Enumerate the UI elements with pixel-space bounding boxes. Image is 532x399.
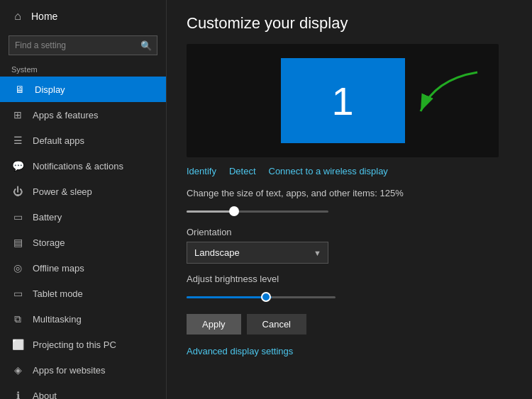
sidebar-item-label-tablet-mode: Tablet mode (33, 288, 83, 299)
apps-websites-icon: ◈ (11, 364, 24, 376)
scale-label: Change the size of text, apps, and other… (187, 188, 512, 198)
sidebar-item-label-default-apps: Default apps (33, 135, 84, 146)
sidebar-item-power-sleep[interactable]: ⏻ Power & sleep (0, 179, 166, 204)
green-arrow-annotation (406, 65, 492, 122)
search-icon: 🔍 (140, 40, 152, 51)
sidebar-home-label: Home (31, 11, 57, 22)
brightness-slider-track (187, 296, 336, 298)
button-row: Apply Cancel (187, 314, 512, 335)
offline-maps-icon: ◎ (11, 262, 24, 274)
multitasking-icon: ⧉ (11, 313, 24, 325)
monitor-number: 1 (331, 78, 353, 124)
sidebar-item-label-projecting: Projecting to this PC (33, 339, 116, 350)
default-apps-icon: ☰ (11, 134, 24, 147)
orientation-select-wrapper: Landscape Portrait Landscape (flipped) P… (187, 242, 328, 264)
search-input[interactable] (9, 35, 157, 55)
monitor-screen: 1 (281, 58, 405, 143)
brightness-slider-fill (187, 296, 272, 298)
sidebar-item-apps-features[interactable]: ⊞ Apps & features (0, 102, 166, 128)
brightness-section: Adjust brightness level (187, 274, 512, 304)
sidebar-item-label-multitasking: Multitasking (33, 314, 82, 325)
sidebar-item-label-storage: Storage (33, 237, 65, 248)
power-sleep-icon: ⏻ (11, 185, 24, 198)
monitor-preview: 1 (187, 44, 499, 157)
sidebar-item-label-apps-websites: Apps for websites (33, 365, 106, 376)
scale-slider-container (187, 204, 328, 218)
identify-link[interactable]: Identify (187, 166, 216, 176)
sidebar-item-about[interactable]: ℹ About (0, 383, 166, 399)
sidebar-item-display[interactable]: 🖥 Display (0, 77, 166, 102)
brightness-slider-container (187, 290, 336, 304)
battery-icon: ▭ (11, 210, 24, 223)
sidebar-item-projecting[interactable]: ⬜ Projecting to this PC (0, 332, 166, 357)
connect-wireless-link[interactable]: Connect to a wireless display (269, 166, 388, 176)
sidebar: ⌂ Home 🔍 System 🖥 Display ⊞ Apps & featu… (0, 0, 167, 399)
display-icon: 🖥 (13, 83, 26, 96)
sidebar-item-label-power-sleep: Power & sleep (33, 186, 92, 197)
about-icon: ℹ (11, 389, 24, 399)
orientation-select[interactable]: Landscape Portrait Landscape (flipped) P… (187, 242, 328, 264)
sidebar-item-notifications[interactable]: 💬 Notifications & actions (0, 153, 166, 179)
scale-slider-thumb[interactable] (229, 206, 239, 216)
brightness-label: Adjust brightness level (187, 274, 512, 284)
main-content: Customize your display 1 Identify Detect… (167, 0, 532, 399)
sidebar-item-label-offline-maps: Offline maps (33, 263, 84, 274)
orientation-section: Orientation Landscape Portrait Landscape… (187, 227, 512, 264)
sidebar-item-label-battery: Battery (33, 212, 62, 223)
scale-section: Change the size of text, apps, and other… (187, 188, 512, 218)
advanced-display-settings-link[interactable]: Advanced display settings (187, 346, 293, 356)
projecting-icon: ⬜ (11, 338, 24, 351)
brightness-slider-thumb[interactable] (261, 292, 271, 302)
storage-icon: ▤ (11, 236, 24, 249)
display-links: Identify Detect Connect to a wireless di… (187, 166, 512, 176)
sidebar-item-label-apps-features: Apps & features (33, 110, 99, 120)
sidebar-item-apps-websites[interactable]: ◈ Apps for websites (0, 357, 166, 383)
orientation-label: Orientation (187, 227, 512, 237)
scale-slider-track (187, 210, 328, 213)
sidebar-item-multitasking[interactable]: ⧉ Multitasking (0, 306, 166, 332)
apply-button[interactable]: Apply (187, 314, 241, 335)
sidebar-item-label-display: Display (35, 84, 65, 95)
notifications-icon: 💬 (11, 159, 24, 172)
cancel-button[interactable]: Cancel (247, 314, 306, 335)
sidebar-section-label: System (0, 61, 166, 77)
sidebar-home-button[interactable]: ⌂ Home (0, 0, 166, 33)
search-box: 🔍 (9, 35, 157, 55)
sidebar-item-tablet-mode[interactable]: ▭ Tablet mode (0, 281, 166, 306)
sidebar-item-offline-maps[interactable]: ◎ Offline maps (0, 255, 166, 281)
sidebar-item-battery[interactable]: ▭ Battery (0, 204, 166, 230)
sidebar-item-label-notifications: Notifications & actions (33, 161, 123, 172)
tablet-mode-icon: ▭ (11, 287, 24, 300)
detect-link[interactable]: Detect (229, 166, 256, 176)
apps-features-icon: ⊞ (11, 108, 24, 121)
sidebar-item-storage[interactable]: ▤ Storage (0, 230, 166, 255)
page-title: Customize your display (187, 14, 512, 33)
home-icon: ⌂ (11, 10, 24, 23)
sidebar-item-default-apps[interactable]: ☰ Default apps (0, 128, 166, 153)
sidebar-item-label-about: About (33, 390, 57, 400)
